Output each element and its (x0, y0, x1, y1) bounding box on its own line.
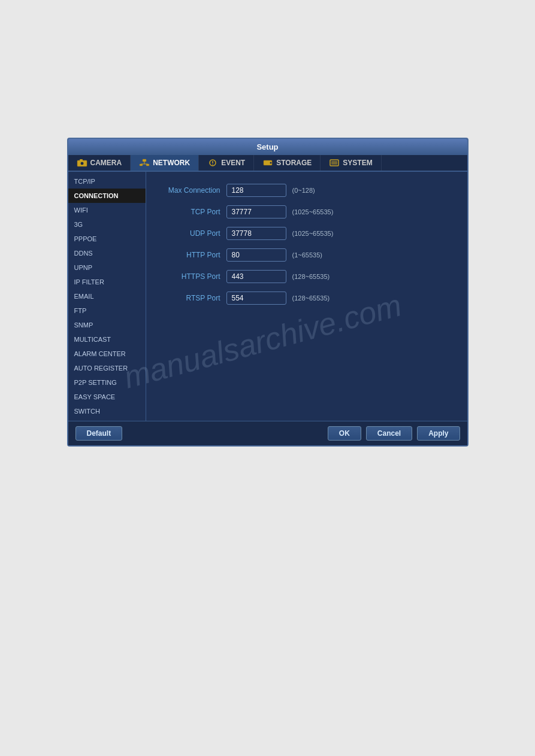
sidebar-item-switch[interactable]: SWITCH (68, 404, 146, 418)
svg-rect-15 (331, 161, 337, 165)
action-buttons: OK Cancel Apply (328, 426, 460, 441)
tab-storage-label: STORAGE (276, 159, 312, 167)
https-port-range: (128~65535) (292, 273, 330, 280)
network-icon (139, 159, 150, 167)
svg-point-11 (212, 164, 213, 165)
sidebar-item-ddns[interactable]: DDNS (68, 246, 146, 260)
sidebar-item-email[interactable]: EMAIL (68, 289, 146, 303)
sidebar-item-connection[interactable]: CONNECTION (68, 189, 146, 203)
tcp-port-input[interactable] (226, 205, 286, 218)
apply-button[interactable]: Apply (417, 426, 460, 441)
sidebar-item-autoregister[interactable]: AUTO REGISTER (68, 361, 146, 375)
sidebar-item-multicast[interactable]: MULTICAST (68, 332, 146, 347)
default-button[interactable]: Default (75, 426, 123, 441)
svg-point-13 (270, 162, 272, 164)
svg-rect-2 (80, 159, 83, 161)
sidebar-item-wifi[interactable]: WIFI (68, 203, 146, 217)
setup-window: Setup CAMERA (67, 138, 468, 447)
https-port-label: HTTPS Port (161, 272, 220, 281)
udp-port-row: UDP Port (1025~65535) (161, 227, 453, 240)
tab-network-label: NETWORK (153, 159, 190, 167)
max-connection-row: Max Connection (0~128) (161, 184, 453, 197)
sidebar-item-ipfilter[interactable]: IP FILTER (68, 275, 146, 289)
tab-system-label: SYSTEM (343, 159, 372, 167)
sidebar-item-snmp[interactable]: SNMP (68, 318, 146, 332)
rtsp-port-row: RTSP Port (128~65535) (161, 292, 453, 305)
tab-event[interactable]: EVENT (199, 155, 254, 171)
event-icon (207, 159, 218, 167)
bottom-bar: Default OK Cancel Apply (68, 421, 467, 445)
title-bar: Setup (68, 139, 467, 155)
sidebar-item-easyspace[interactable]: EASY SPACE (68, 390, 146, 404)
window-title: Setup (256, 142, 278, 151)
udp-port-range: (1025~65535) (292, 230, 334, 237)
storage-icon (262, 159, 273, 167)
sidebar-item-3g[interactable]: 3G (68, 217, 146, 232)
udp-port-label: UDP Port (161, 229, 220, 238)
udp-port-input[interactable] (226, 227, 286, 240)
tab-camera-label: CAMERA (90, 159, 122, 167)
tcp-port-range: (1025~65535) (292, 208, 334, 215)
camera-icon (77, 159, 87, 167)
sidebar-item-upnp[interactable]: UPNP (68, 260, 146, 275)
http-port-range: (1~65535) (292, 251, 322, 259)
max-connection-range: (0~128) (292, 187, 315, 194)
http-port-input[interactable] (226, 248, 286, 262)
tab-bar: CAMERA NETWORK (68, 155, 467, 172)
http-port-row: HTTP Port (1~65535) (161, 248, 453, 262)
rtsp-port-range: (128~65535) (292, 294, 330, 302)
tab-event-label: EVENT (221, 159, 245, 167)
sidebar: TCP/IP CONNECTION WIFI 3G PPPOE DDNS UPN… (68, 172, 146, 421)
rtsp-port-input[interactable] (226, 292, 286, 305)
rtsp-port-label: RTSP Port (161, 294, 220, 302)
tab-system[interactable]: SYSTEM (321, 155, 381, 171)
http-port-label: HTTP Port (161, 251, 220, 259)
svg-point-1 (80, 162, 84, 165)
sidebar-item-pppoe[interactable]: PPPOE (68, 232, 146, 246)
cancel-button[interactable]: Cancel (366, 426, 412, 441)
sidebar-item-alarmcenter[interactable]: ALARM CENTER (68, 347, 146, 361)
tab-network[interactable]: NETWORK (131, 155, 199, 171)
max-connection-input[interactable] (226, 184, 286, 197)
tab-camera[interactable]: CAMERA (68, 155, 131, 171)
content-area: TCP/IP CONNECTION WIFI 3G PPPOE DDNS UPN… (68, 172, 467, 421)
sidebar-item-tcpip[interactable]: TCP/IP (68, 174, 146, 189)
tcp-port-row: TCP Port (1025~65535) (161, 205, 453, 218)
sidebar-item-ftp[interactable]: FTP (68, 303, 146, 318)
system-icon (329, 159, 340, 167)
tab-storage[interactable]: STORAGE (254, 155, 321, 171)
main-panel: Max Connection (0~128) TCP Port (1025~65… (146, 172, 467, 421)
tcp-port-label: TCP Port (161, 208, 220, 216)
https-port-input[interactable] (226, 270, 286, 283)
sidebar-item-p2psetting[interactable]: P2P SETTING (68, 375, 146, 390)
svg-rect-3 (143, 159, 146, 162)
https-port-row: HTTPS Port (128~65535) (161, 270, 453, 283)
ok-button[interactable]: OK (328, 426, 361, 441)
max-connection-label: Max Connection (161, 186, 220, 195)
